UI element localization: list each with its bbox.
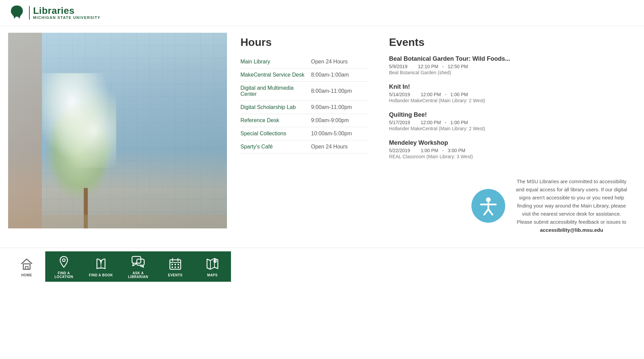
hours-row: Special Collections 10:00am-5:00pm: [240, 127, 369, 140]
event-datetime: 5/14/2019 12:00 PM - 1:00 PM: [389, 92, 636, 97]
hours-table: Main Library Open 24 Hours MakeCentral S…: [240, 55, 369, 154]
accessibility-email: accessibility@lib.msu.edu: [540, 227, 603, 233]
event-date: 5/9/2019: [389, 64, 408, 69]
nav-find-book-label: FIND A BOOK: [89, 273, 113, 277]
hours-time: 8:00am-11:00pm: [311, 82, 369, 101]
home-icon: [19, 256, 34, 271]
event-location: Hollander MakeCentral (Main Library: 2 W…: [389, 126, 636, 131]
svg-rect-21: [178, 267, 179, 268]
book-icon: [94, 256, 108, 271]
svg-rect-19: [172, 267, 173, 268]
nav-events-label: EVENTS: [168, 273, 182, 277]
nav-ask-librarian-label: ASK A LIBRARIAN: [128, 271, 148, 279]
event-item: Quilting Bee! 5/17/2019 12:00 PM - 1:00 …: [389, 111, 636, 131]
logo: Libraries MICHIGAN STATE UNIVERSITY: [8, 4, 101, 22]
event-title: Beal Botanical Garden Tour: Wild Foods..…: [389, 55, 636, 62]
event-title: Quilting Bee!: [389, 111, 636, 118]
event-time-range: 12:10 PM - 12:50 PM: [410, 64, 468, 69]
map-icon: [205, 256, 220, 271]
accessibility-icon: [471, 189, 505, 223]
accessibility-body: The MSU Libraries are committed to acces…: [516, 178, 627, 225]
library-image: [8, 33, 227, 228]
event-location: REAL Classroom (Main Library: 3 West): [389, 154, 636, 159]
nav-home-label: HOME: [21, 273, 32, 277]
nav-find-location-label: FIND A LOCATION: [54, 271, 73, 279]
event-location: Hollander MakeCentral (Main Library: 2 W…: [389, 98, 636, 103]
event-title: Knit In!: [389, 83, 636, 90]
hours-row: Digital and Multimedia Center 8:00am-11:…: [240, 82, 369, 101]
nav-maps[interactable]: MAPS: [194, 251, 231, 282]
hours-row: Sparty's Café Open 24 Hours: [240, 140, 369, 154]
svg-rect-16: [172, 264, 173, 265]
logo-text: Libraries MICHIGAN STATE UNIVERSITY: [29, 6, 101, 20]
event-time-range: 12:00 PM - 1:00 PM: [413, 92, 468, 97]
university-subtitle: MICHIGAN STATE UNIVERSITY: [33, 16, 101, 20]
svg-rect-18: [178, 264, 179, 265]
main-content: Hours Main Library Open 24 Hours MakeCen…: [0, 26, 644, 248]
event-title: Mendeley Workshop: [389, 139, 636, 146]
location-icon: [56, 254, 71, 269]
nav-maps-label: MAPS: [207, 273, 218, 277]
event-location: Beal Botanical Garden (shed): [389, 70, 636, 75]
hours-time: 10:00am-5:00pm: [311, 127, 369, 140]
event-datetime: 5/9/2019 12:10 PM - 12:50 PM: [389, 64, 636, 69]
event-date: 5/14/2019: [389, 92, 410, 97]
libraries-title: Libraries: [33, 6, 101, 16]
svg-rect-20: [175, 267, 176, 268]
event-item: Knit In! 5/14/2019 12:00 PM - 1:00 PM Ho…: [389, 83, 636, 103]
svg-line-4: [484, 209, 488, 215]
event-datetime: 5/22/2019 1:00 PM - 3:00 PM: [389, 148, 636, 153]
hours-row: Main Library Open 24 Hours: [240, 55, 369, 68]
nav-find-location[interactable]: FIND A LOCATION: [45, 251, 82, 282]
event-time-range: 1:00 PM - 3:00 PM: [413, 148, 465, 153]
right-panel: Hours Main Library Open 24 Hours MakeCen…: [240, 33, 636, 244]
event-date: 5/22/2019: [389, 148, 410, 153]
event-time-range: 12:00 PM - 1:00 PM: [413, 120, 468, 125]
hours-events-row: Hours Main Library Open 24 Hours MakeCen…: [240, 33, 636, 167]
chat-icon: [131, 254, 146, 269]
hours-row: Reference Desk 9:00am-9:00pm: [240, 114, 369, 127]
nav-home[interactable]: HOME: [8, 251, 45, 282]
msu-logo-icon: [8, 4, 26, 22]
hours-row: Digital Scholarship Lab 9:00am-11:00pm: [240, 101, 369, 114]
accessibility-text: The MSU Libraries are committed to acces…: [515, 177, 628, 234]
svg-line-5: [488, 209, 492, 215]
hours-location: Special Collections: [240, 127, 311, 140]
header: Libraries MICHIGAN STATE UNIVERSITY: [0, 0, 644, 26]
hours-location: Digital Scholarship Lab: [240, 101, 311, 114]
hours-time: Open 24 Hours: [311, 55, 369, 68]
hours-row: MakeCentral Service Desk 8:00am-1:00am: [240, 68, 369, 82]
event-date: 5/17/2019: [389, 120, 410, 125]
hours-location: Sparty's Café: [240, 140, 311, 154]
tree-decoration: [35, 60, 136, 228]
events-list: Beal Botanical Garden Tour: Wild Foods..…: [389, 55, 636, 159]
hours-time: 8:00am-1:00am: [311, 68, 369, 82]
svg-point-8: [62, 259, 65, 261]
nav-events[interactable]: EVENTS: [157, 251, 194, 282]
hours-section: Hours Main Library Open 24 Hours MakeCen…: [240, 33, 369, 167]
nav-find-book[interactable]: FIND A BOOK: [82, 251, 120, 282]
event-item: Mendeley Workshop 5/22/2019 1:00 PM - 3:…: [389, 139, 636, 159]
calendar-icon: [168, 256, 183, 271]
nav-ask-librarian[interactable]: ASK A LIBRARIAN: [120, 251, 157, 282]
hours-title: Hours: [240, 36, 369, 49]
event-item: Beal Botanical Garden Tour: Wild Foods..…: [389, 55, 636, 75]
event-datetime: 5/17/2019 12:00 PM - 1:00 PM: [389, 120, 636, 125]
bottom-nav: HOME FIND A LOCATION FIND A BOOK: [0, 248, 644, 285]
hours-location: Digital and Multimedia Center: [240, 82, 311, 101]
events-section: Events Beal Botanical Garden Tour: Wild …: [389, 33, 636, 167]
svg-point-1: [486, 197, 491, 202]
svg-rect-17: [175, 264, 176, 265]
hours-time: Open 24 Hours: [311, 140, 369, 154]
accessibility-section: The MSU Libraries are committed to acces…: [463, 167, 636, 244]
svg-point-0: [14, 7, 21, 13]
hours-location: Reference Desk: [240, 114, 311, 127]
hours-time: 9:00am-11:00pm: [311, 101, 369, 114]
events-title: Events: [389, 36, 636, 49]
hours-time: 9:00am-9:00pm: [311, 114, 369, 127]
hours-location: MakeCentral Service Desk: [240, 68, 311, 82]
hours-location: Main Library: [240, 55, 311, 68]
